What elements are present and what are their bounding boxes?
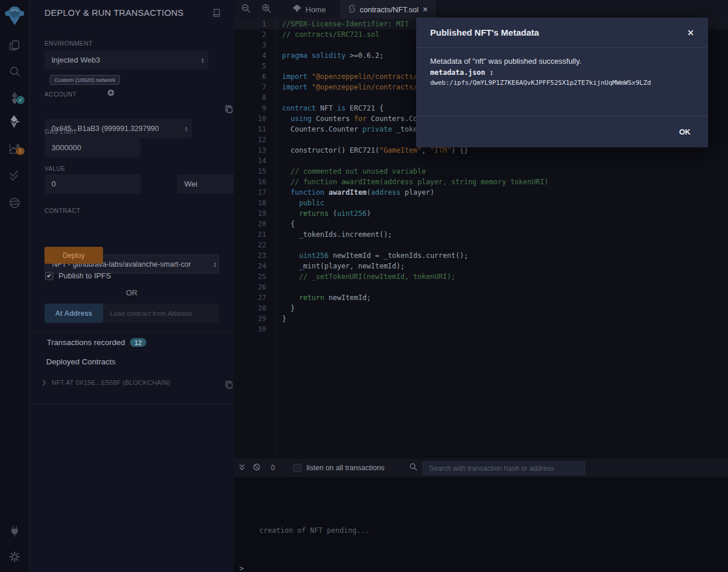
modal-ok-button[interactable]: OK	[679, 128, 691, 136]
modal-title: Published NFT's Metadata	[430, 27, 539, 37]
editor-line[interactable]: 21 _tokenIds.increment();	[234, 229, 728, 240]
debugger-icon[interactable]	[0, 192, 29, 213]
at-address-input[interactable]	[103, 304, 219, 323]
terminal-search-input[interactable]	[423, 461, 585, 475]
unit-testing-icon[interactable]	[0, 165, 29, 186]
copy-account-icon[interactable]	[225, 105, 233, 113]
transactions-recorded-label: Transactions recorded	[47, 338, 125, 347]
pending-tx-count: 0	[271, 464, 275, 472]
value-input[interactable]	[44, 174, 140, 194]
settings-gear-icon[interactable]	[0, 546, 29, 567]
gas-limit-input[interactable]	[44, 138, 140, 157]
deployed-contract-name: NFT AT 0X15E...E558F (BLOCKCHAIN)	[51, 379, 170, 386]
at-address-button[interactable]: At Address	[44, 304, 103, 323]
account-label: ACCOUNT	[44, 91, 77, 98]
tab-home-label: Home	[305, 5, 326, 14]
panel-title: DEPLOY & RUN TRANSACTIONS	[44, 8, 184, 18]
modal-file-name: metadata.json :	[430, 68, 694, 77]
terminal-prompt[interactable]: >	[239, 564, 244, 572]
editor-line[interactable]: 24 _mint(player, newItemId);	[234, 261, 728, 271]
remix-logo-icon[interactable]	[0, 5, 29, 26]
terminal-collapse-icon[interactable]	[239, 463, 245, 473]
deployed-contract-row[interactable]: NFT AT 0X15E...E558F (BLOCKCHAIN)	[42, 379, 170, 386]
select-chevrons-icon: ▴▾	[201, 57, 204, 63]
editor-line[interactable]: 22	[234, 240, 728, 250]
documentation-book-icon[interactable]	[212, 8, 221, 20]
deployed-contracts-label: Deployed Contracts	[46, 357, 116, 366]
plugin-manager-icon[interactable]	[0, 521, 29, 542]
publish-ipfs-label: Publish to IPFS	[59, 271, 111, 280]
gutter-separator	[275, 19, 276, 459]
panel-separator	[29, 404, 234, 404]
environment-label: ENVIRONMENT	[44, 40, 92, 47]
listen-transactions-checkbox[interactable]: ✔	[293, 464, 301, 472]
or-separator-text: OR	[29, 288, 234, 297]
editor-line[interactable]: 28 }	[234, 303, 728, 313]
plugin-icon-bar: ✓ 1	[0, 0, 29, 572]
solidity-file-icon	[348, 5, 356, 15]
file-explorer-icon[interactable]	[0, 35, 29, 56]
tab-close-icon[interactable]: ✕	[423, 6, 428, 13]
value-label: VALUE	[44, 165, 66, 172]
select-chevrons-icon: ▴▾	[185, 126, 187, 132]
terminal-toolbar: 0 ✔ listen on all transactions	[234, 459, 728, 477]
panel-separator	[29, 332, 234, 333]
editor-line[interactable]: 23 uint256 newItemId = _tokenIds.current…	[234, 250, 728, 261]
zoom-in-icon[interactable]	[262, 4, 272, 16]
editor-line[interactable]: 15 // commented out unused variable	[234, 166, 728, 177]
analytics-icon[interactable]: 1	[0, 138, 29, 159]
gas-limit-label: GAS LIMIT	[44, 128, 77, 135]
editor-line[interactable]: 30	[234, 324, 728, 335]
solidity-compiler-icon[interactable]: ✓	[0, 88, 29, 109]
value-unit: Wei	[184, 180, 197, 188]
editor-line[interactable]: 14	[234, 156, 728, 166]
editor-line[interactable]: 29}	[234, 313, 728, 324]
contract-label: CONTRACT	[44, 207, 81, 214]
transactions-recorded-row[interactable]: Transactions recorded 12	[47, 338, 146, 347]
zoom-out-icon[interactable]	[241, 4, 251, 16]
terminal-search-icon	[409, 463, 417, 473]
environment-value: Injected Web3	[51, 56, 100, 64]
search-plugin-icon[interactable]	[0, 61, 29, 82]
editor-line[interactable]: 25 // _setTokenURI(newItemId, tokenURI);	[234, 271, 728, 282]
remix-mini-logo-icon	[293, 4, 301, 15]
editor-line[interactable]: 17 function awardItem(address player)	[234, 187, 728, 198]
modal-footer: OK	[416, 116, 708, 147]
deploy-run-panel: DEPLOY & RUN TRANSACTIONS ENVIRONMENT In…	[29, 0, 234, 572]
transactions-count-badge: 12	[130, 338, 146, 347]
editor-tab-bar: Home contracts/NFT.sol ✕	[234, 0, 728, 19]
editor-line[interactable]: 26	[234, 282, 728, 292]
terminal-clear-icon[interactable]	[253, 463, 260, 473]
terminal-output[interactable]: creation of NFT pending... >	[234, 477, 728, 572]
deploy-run-icon[interactable]	[0, 111, 29, 132]
analytics-count-badge: 1	[16, 147, 25, 155]
editor-line[interactable]: 16 // function awardItem(address player,…	[234, 177, 728, 187]
editor-line[interactable]: 27 return newItemId;	[234, 292, 728, 303]
modal-ipfs-url: dweb:/ipfs/QmYL9P1Z7KE6AQvKJPFF52SX1p2TE…	[430, 79, 694, 87]
tab-nft-sol[interactable]: contracts/NFT.sol ✕	[340, 0, 437, 19]
editor-line[interactable]: 19 returns (uint256)	[234, 208, 728, 219]
tab-home[interactable]: Home	[284, 0, 334, 19]
editor-line[interactable]: 18 public	[234, 198, 728, 208]
modal-close-icon[interactable]: ✕	[687, 28, 694, 37]
copy-contract-icon[interactable]	[225, 380, 233, 389]
deploy-button[interactable]: Deploy	[44, 247, 103, 264]
network-badge: Custom (10920) network	[50, 75, 120, 85]
published-metadata-modal: Published NFT's Metadata ✕ Metadata of "…	[416, 18, 708, 147]
listen-transactions-label: listen on all transactions	[307, 464, 384, 472]
compiler-success-badge: ✓	[16, 96, 25, 104]
modal-message: Metadata of "nft" was published successf…	[430, 57, 694, 66]
select-chevrons-icon: ▴▾	[214, 261, 216, 267]
tab-nft-sol-label: contracts/NFT.sol	[360, 5, 418, 14]
terminal-log-line: creation of NFT pending...	[259, 526, 369, 535]
modal-header: Published NFT's Metadata ✕	[416, 18, 708, 48]
publish-ipfs-checkbox[interactable]: ✔	[45, 272, 53, 280]
account-add-icon[interactable]	[107, 89, 115, 97]
expand-contract-chevron-icon[interactable]	[42, 380, 46, 386]
editor-line[interactable]: 20 {	[234, 219, 728, 229]
modal-body: Metadata of "nft" was published successf…	[416, 48, 708, 116]
environment-select[interactable]: Injected Web3 ▴▾	[44, 50, 208, 70]
